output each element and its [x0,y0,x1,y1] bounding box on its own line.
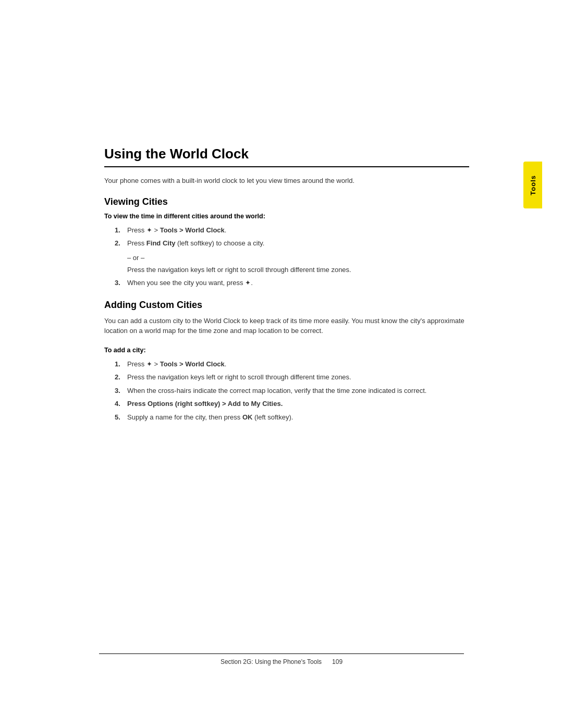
intro-text: Your phone comes with a built-in world c… [104,176,469,186]
footer-section-label: Section 2G: Using the Phone's Tools [221,658,322,665]
step-1: 1. Press ✦ > Tools > World Clock. [115,225,469,236]
adding-cities-title: Adding Custom Cities [104,300,469,311]
viewing-cities-extra-steps: 3. When you see the city you want, press… [115,278,469,288]
viewing-cities-section: Viewing Cities To view the time in diffe… [104,196,469,288]
add-step-1: 1. Press ✦ > Tools > World Clock. [115,359,469,369]
adding-cities-section: Adding Custom Cities You can add a custo… [104,300,469,423]
page-footer: Section 2G: Using the Phone's Tools 109 [0,653,563,665]
adding-cities-steps: 1. Press ✦ > Tools > World Clock. 2. Pre… [115,359,469,423]
adding-cities-description: You can add a custom city to the World C… [104,316,469,336]
nav-icon-3: ✦ [146,360,152,368]
page-content: Using the World Clock Your phone comes w… [104,146,469,434]
step-3: 3. When you see the city you want, press… [115,278,469,288]
page-title: Using the World Clock [104,146,469,167]
step-2: 2. Press Find City (left softkey) to cho… [115,238,469,249]
add-step-4: 4. Press Options (right softkey) > Add t… [115,399,469,409]
viewing-cities-instruction: To view the time in different cities aro… [104,213,469,220]
or-divider: – or – [127,254,469,262]
nav-icon-1: ✦ [146,226,152,234]
viewing-cities-title: Viewing Cities [104,196,469,207]
adding-cities-instruction: To add a city: [104,347,469,354]
nav-icon-2: ✦ [245,279,251,287]
tools-tab: Tools [523,162,542,208]
indent-text-navigation: Press the navigation keys left or right … [127,265,469,275]
footer-divider [99,653,464,654]
tools-tab-label: Tools [529,175,537,195]
add-step-3: 3. When the cross-hairs indicate the cor… [115,386,469,396]
add-step-2: 2. Press the navigation keys left or rig… [115,372,469,382]
viewing-cities-steps: 1. Press ✦ > Tools > World Clock. 2. Pre… [115,225,469,249]
footer-page-number: 109 [332,658,342,665]
add-step-5: 5. Supply a name for the city, then pres… [115,412,469,423]
